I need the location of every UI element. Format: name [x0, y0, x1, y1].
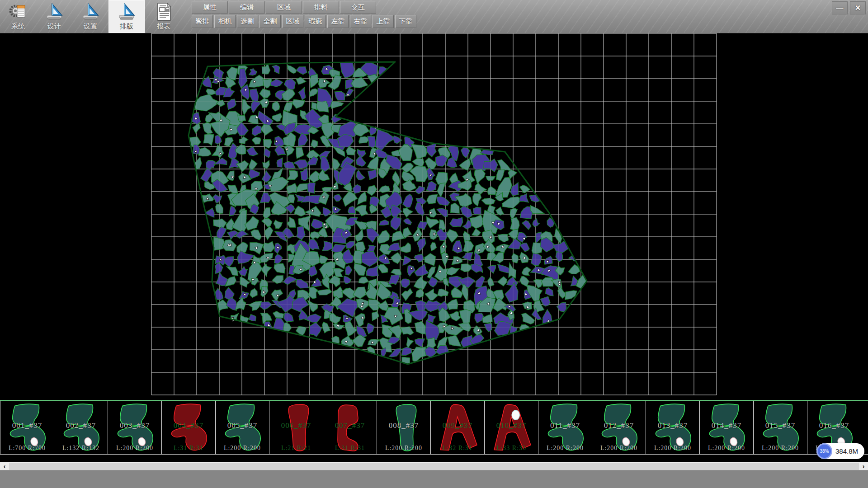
part-thumbnail-4[interactable]: 004_#37L:31 R:31	[162, 401, 216, 454]
tool-button-7[interactable]: 左靠	[327, 15, 349, 28]
part-lr-count-label: L:132 R:132	[54, 445, 108, 452]
app-tab-label: 系统	[11, 22, 25, 31]
part-name-label: 017_#37	[861, 421, 868, 430]
tool-button-3[interactable]: 选割	[237, 15, 258, 28]
part-thumbnail-8[interactable]: 008_#37L:200 R:200	[377, 401, 431, 454]
tool-button-9[interactable]: 上靠	[373, 15, 394, 28]
app-tab-4[interactable]: 排版	[108, 0, 145, 33]
part-lr-count-label: L:200 R:200	[754, 445, 807, 452]
part-lr-count-label: L:32 R:31	[431, 445, 484, 452]
app-tab-3[interactable]: 设置	[72, 0, 108, 33]
memory-usage-label: 384.8M	[835, 447, 858, 455]
tool-button-10[interactable]: 下靠	[395, 15, 416, 28]
part-name-label: 009_#37	[431, 421, 484, 430]
app-tab-label: 设置	[84, 22, 97, 31]
menu-tab-4[interactable]: 排料	[303, 1, 339, 14]
part-name-label: 012_#37	[592, 421, 646, 430]
app-tab-label: 排版	[120, 22, 133, 31]
part-lr-count-label: L:200 R:200	[377, 445, 430, 452]
tool-button-5[interactable]: 区域	[282, 15, 303, 28]
part-thumbnail-15[interactable]: 015_#37L:200 R:200	[754, 401, 807, 454]
tool-button-4[interactable]: 全割	[259, 15, 281, 28]
part-lr-count-label: L:200 R:200	[646, 445, 699, 452]
part-thumbnail-3[interactable]: 003_#37L:200 R:200	[108, 401, 162, 454]
part-name-label: 016_#37	[807, 421, 861, 430]
app-launcher-group: 系统设计设置排版报表	[0, 0, 182, 33]
part-name-label: 004_#37	[162, 421, 215, 430]
app-tab-label: 设计	[47, 22, 61, 31]
nesting-canvas[interactable]	[0, 33, 868, 462]
part-thumbnail-13[interactable]: 013_#37L:200 R:200	[646, 401, 700, 454]
part-thumbnail-10[interactable]: 010_#37L:33 R:33	[485, 401, 538, 454]
part-thumbnail-5[interactable]: 005_#37L:200 R:200	[216, 401, 269, 454]
part-lr-count-label: L:21 R:21	[269, 445, 323, 452]
menu-tab-1[interactable]: 属性	[192, 1, 228, 14]
tool-button-6[interactable]: 瑕疵	[305, 15, 326, 28]
tool-button-1[interactable]: 聚排	[192, 15, 213, 28]
minimize-button[interactable]: —	[832, 1, 848, 14]
part-lr-count-label: L:31 R:31	[323, 445, 377, 452]
scroll-left-arrow[interactable]: ‹	[0, 463, 9, 470]
part-lr-count-label: L:33 R:33	[485, 445, 538, 452]
menu-tab-row: 属性编辑区域排料交互	[192, 1, 416, 14]
bottom-status-bar	[0, 470, 868, 488]
report-doc-icon	[154, 2, 174, 22]
app-tab-2[interactable]: 设计	[36, 0, 72, 33]
part-name-label: 002_#37	[54, 421, 108, 430]
part-name-label: 008_#37	[377, 421, 430, 430]
part-thumbnail-6[interactable]: 006_#37L:21 R:21	[269, 401, 323, 454]
part-lr-count-label: L:700 R:700	[0, 445, 54, 452]
window-controls: — ✕	[832, 1, 866, 14]
set-square-icon	[44, 2, 64, 22]
part-name-label: 006_#37	[269, 421, 323, 430]
parts-thumbnail-strip: 001_#37L:700 R:700002_#37L:132 R:132003_…	[0, 400, 868, 455]
part-lr-count-label: L:200 R:200	[700, 445, 753, 452]
part-lr-count-label: L:200 R:200	[592, 445, 646, 452]
menu-tab-2[interactable]: 编辑	[229, 1, 265, 14]
part-name-label: 010_#37	[485, 421, 538, 430]
part-name-label: 001_#37	[0, 421, 54, 430]
scroll-right-arrow[interactable]: ›	[859, 463, 868, 470]
part-name-label: 003_#37	[108, 421, 161, 430]
app-tab-1[interactable]: 系统	[0, 0, 36, 33]
part-lr-count-label: L:200 R:200	[216, 445, 269, 452]
tool-button-2[interactable]: 相机	[214, 15, 236, 28]
part-thumbnail-9[interactable]: 009_#37L:32 R:31	[431, 401, 485, 454]
set-square-icon	[117, 2, 137, 22]
app-tab-label: 报表	[157, 22, 170, 31]
part-thumbnail-11[interactable]: 011_#37L:200 R:200	[538, 401, 592, 454]
part-lr-count-label: L:200 R:200	[538, 445, 592, 452]
menu-area: 属性编辑区域排料交互 聚排相机选割全割区域瑕疵左靠右靠上靠下靠	[192, 0, 416, 28]
part-name-label: 007_#37	[323, 421, 377, 430]
progress-circle: 38%	[816, 443, 832, 459]
part-name-label: 013_#37	[646, 421, 699, 430]
part-name-label: 014_#37	[700, 421, 753, 430]
part-lr-count-label: L:31 R:31	[162, 445, 215, 452]
part-name-label: 011_#37	[538, 421, 592, 430]
set-square-icon	[80, 2, 100, 22]
menu-tab-3[interactable]: 区域	[266, 1, 302, 14]
part-thumbnail-7[interactable]: 007_#37L:31 R:31	[323, 401, 377, 454]
menu-tab-5[interactable]: 交互	[340, 1, 376, 14]
part-lr-count-label: L:200 R:200	[108, 445, 161, 452]
app-window: 系统设计设置排版报表 属性编辑区域排料交互 聚排相机选割全割区域瑕疵左靠右靠上靠…	[0, 0, 868, 488]
part-thumbnail-12[interactable]: 012_#37L:200 R:200	[592, 401, 646, 454]
gear-doc-icon	[8, 2, 28, 22]
part-thumbnail-1[interactable]: 001_#37L:700 R:700	[0, 401, 54, 454]
toolbar: 系统设计设置排版报表 属性编辑区域排料交互 聚排相机选割全割区域瑕疵左靠右靠上靠…	[0, 0, 868, 33]
part-thumbnail-14[interactable]: 014_#37L:200 R:200	[700, 401, 754, 454]
horizontal-scrollbar[interactable]: ‹ ›	[0, 462, 868, 470]
tool-button-row: 聚排相机选割全割区域瑕疵左靠右靠上靠下靠	[192, 15, 416, 28]
close-button[interactable]: ✕	[850, 1, 866, 14]
part-thumbnail-2[interactable]: 002_#37L:132 R:132	[54, 401, 108, 454]
app-tab-5[interactable]: 报表	[146, 0, 182, 33]
tool-button-8[interactable]: 右靠	[350, 15, 371, 28]
part-name-label: 015_#37	[754, 421, 807, 430]
part-name-label: 005_#37	[216, 421, 269, 430]
status-pill: 38% 384.8M	[816, 443, 864, 459]
